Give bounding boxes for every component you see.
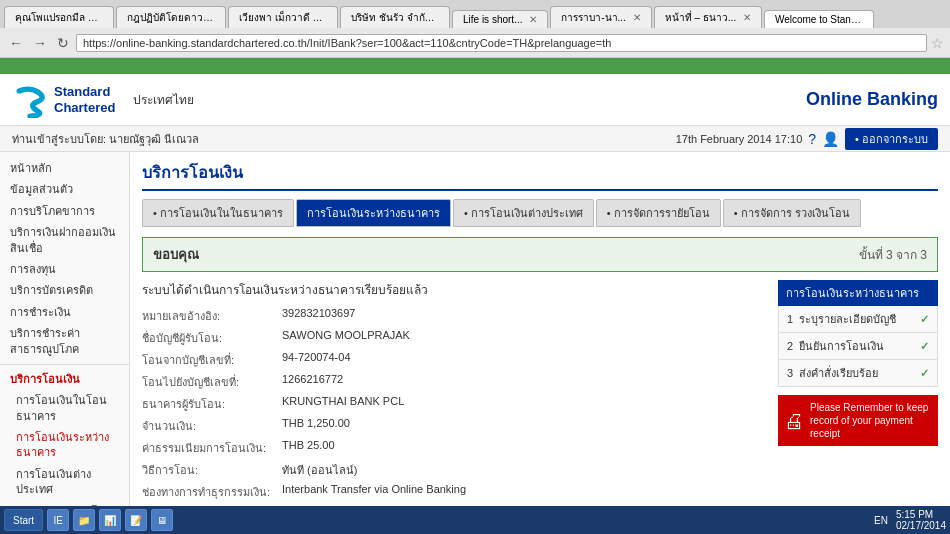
top-bar — [0, 58, 950, 74]
logo-area: Standard Chartered ประเทศไทย — [12, 82, 194, 118]
tab-6[interactable]: การราบา-นา... ✕ — [550, 6, 651, 28]
transfer-details: ระบบได้ดำเนินการโอนเงินระหว่างธนาคารเรีย… — [142, 280, 766, 534]
tab-foreign[interactable]: • การโอนเงินต่างประเทศ — [453, 199, 594, 227]
taskbar-left: Start IE 📁 📊 📝 🖥 — [4, 509, 173, 531]
success-box: ขอบคุณ ขั้นที่ 3 จาก 3 — [142, 237, 938, 272]
method-label: วิธีการโอน: — [142, 461, 282, 479]
amount-value: THB 1,250.00 — [282, 417, 766, 435]
tab-4[interactable]: บริษัท ชันรัว จำกัด ✕ — [340, 6, 450, 28]
channel-label: ช่องทางการทำธุรกรรมเงิน: — [142, 483, 282, 501]
tab-8[interactable]: Welcome to Stand... ✕ — [764, 10, 874, 28]
detail-ref: หมายเลขอ้างอิง: 392832103697 — [142, 307, 766, 325]
sidebar-item-transfer-internal[interactable]: การโอนเงินในโอนธนาคาร — [0, 390, 129, 427]
name-label: ชื่อบัญชีผู้รับโอน: — [142, 329, 282, 347]
sidebar-item-invest[interactable]: การลงทุน — [0, 259, 129, 280]
detail-fee: ค่าธรรมเนียมการโอนเงิน: THB 25.00 — [142, 439, 766, 457]
tab-5[interactable]: Life is short... ✕ — [452, 10, 548, 28]
tab-1[interactable]: คุณโพแปรอกมีล ๕ ✕ — [4, 6, 114, 28]
taskbar-right: EN 5:15 PM 02/17/2014 — [874, 509, 946, 531]
step-3-text: ส่งคำสั่งเรียบร้อย — [799, 364, 914, 382]
taskbar-app-1[interactable]: IE — [47, 509, 69, 531]
sidebar-item-payment[interactable]: การชำระเงิน — [0, 302, 129, 323]
reminder-icon: 🖨 — [784, 408, 804, 434]
step-2-text: ยืนยันการโอนเงิน — [799, 337, 914, 355]
from-label: โอนจากบัญชีเลขที่: — [142, 351, 282, 369]
user-bar-right: 17th February 2014 17:10 ? 👤 • ออกจากระบ… — [676, 128, 938, 150]
taskbar: Start IE 📁 📊 📝 🖥 EN 5:15 PM 02/17/2014 — [0, 506, 950, 534]
time: 5:15 PM — [896, 509, 946, 520]
steps-panel: การโอนเงินระหว่างธนาคาร 1 ระบุรายละเอียด… — [778, 280, 938, 534]
step-3-num: 3 — [787, 367, 793, 379]
sidebar: หน้าหลัก ข้อมูลส่วนตัว การบริโภคขาการ บร… — [0, 152, 130, 534]
detail-channel: ช่องทางการทำธุรกรรมเงิน: Interbank Trans… — [142, 483, 766, 501]
sc-logo-icon — [12, 82, 48, 118]
tab-interbank[interactable]: การโอนเงินระหว่างธนาคาร — [296, 199, 451, 227]
step-1-check: ✓ — [920, 313, 929, 326]
url-bar[interactable] — [76, 34, 927, 52]
step-2-check: ✓ — [920, 340, 929, 353]
tab-7[interactable]: หน้าที่ – ธนาว... ✕ — [654, 6, 762, 28]
detail-bank: ธนาคารผู้รับโอน: KRUNGTHAI BANK PCL — [142, 395, 766, 413]
sidebar-item-savings[interactable]: บริการเงินฝากออมเงินสินเชื่อ — [0, 222, 129, 259]
bank-value: KRUNGTHAI BANK PCL — [282, 395, 766, 413]
success-label: ขอบคุณ — [153, 244, 199, 265]
online-banking-title: Online Banking — [806, 89, 938, 110]
fee-label: ค่าธรรมเนียมการโอนเงิน: — [142, 439, 282, 457]
to-label: โอนไปยังบัญชีเลขที่: — [142, 373, 282, 391]
logout-button[interactable]: • ออกจากระบบ — [845, 128, 938, 150]
tab-3[interactable]: เวียงพา เม็กวาดี ๕ ✕ — [228, 6, 338, 28]
step-2: 2 ยืนยันการโอนเงิน ✓ — [778, 333, 938, 360]
sidebar-item-transfer-foreign[interactable]: การโอนเงินต่างประเทศ — [0, 464, 129, 501]
detail-method: วิธีการโอน: ทันที (ออนไลน์) — [142, 461, 766, 479]
method-value: ทันที (ออนไลน์) — [282, 461, 766, 479]
bookmark-icon[interactable]: ☆ — [931, 35, 944, 51]
sidebar-divider — [0, 364, 129, 365]
step-3: 3 ส่งคำสั่งเรียบร้อย ✓ — [778, 360, 938, 387]
start-button[interactable]: Start — [4, 509, 43, 531]
thailand-label: ประเทศไทย — [133, 90, 194, 109]
sidebar-item-home[interactable]: หน้าหลัก — [0, 158, 129, 179]
transfer-tabs: • การโอนเงินในในธนาคาร การโอนเงินระหว่าง… — [142, 199, 938, 227]
refresh-button[interactable]: ↻ — [54, 35, 72, 51]
sidebar-item-account[interactable]: การบริโภคขาการ — [0, 201, 129, 222]
logo-line1: Standard — [54, 84, 115, 100]
sys-tray: EN — [874, 515, 888, 526]
taskbar-apps: IE 📁 📊 📝 🖥 — [47, 509, 173, 531]
ref-label: หมายเลขอ้างอิง: — [142, 307, 282, 325]
sidebar-item-credit[interactable]: บริการบัตรเครดิต — [0, 280, 129, 301]
back-button[interactable]: ← — [6, 35, 26, 51]
taskbar-app-2[interactable]: 📁 — [73, 509, 95, 531]
taskbar-app-4[interactable]: 📝 — [125, 509, 147, 531]
forward-button[interactable]: → — [30, 35, 50, 51]
sidebar-item-transfer[interactable]: บริการโอนเงิน — [0, 369, 129, 390]
tab-internal[interactable]: • การโอนเงินในในธนาคาร — [142, 199, 294, 227]
clock: 5:15 PM 02/17/2014 — [896, 509, 946, 531]
step-2-num: 2 — [787, 340, 793, 352]
browser-tabs: คุณโพแปรอกมีล ๕ ✕ กฎปฏิบัติโดยดาว ✕ เวีย… — [0, 0, 950, 28]
step-label: ขั้นที่ 3 จาก 3 — [859, 245, 927, 264]
amount-label: จำนวนเงิน: — [142, 417, 282, 435]
content-columns: ระบบได้ดำเนินการโอนเงินระหว่างธนาคารเรีย… — [142, 280, 938, 534]
lang-indicator: EN — [874, 515, 888, 526]
help-icon[interactable]: ? — [808, 131, 816, 147]
tab-manage[interactable]: • การจัดการรายัยโอน — [596, 199, 721, 227]
to-value: 1266216772 — [282, 373, 766, 391]
detail-name: ชื่อบัญชีผู้รับโอน: SAWONG MOOLPRAJAK — [142, 329, 766, 347]
sidebar-item-utility[interactable]: บริการชำระค่าสาธารณูปโภค — [0, 323, 129, 360]
tab-schedule[interactable]: • การจัดการ รวงเงินโอน — [723, 199, 861, 227]
from-value: 94-720074-04 — [282, 351, 766, 369]
detail-from: โอนจากบัญชีเลขที่: 94-720074-04 — [142, 351, 766, 369]
taskbar-app-5[interactable]: 🖥 — [151, 509, 173, 531]
profile-icon[interactable]: 👤 — [822, 131, 839, 147]
tab-2[interactable]: กฎปฏิบัติโดยดาว ✕ — [116, 6, 226, 28]
reminder-box: 🖨 Please Remember to keep record of your… — [778, 395, 938, 446]
sidebar-item-transfer-interbank[interactable]: การโอนเงินระหว่างธนาคาร — [0, 427, 129, 464]
reminder-text: Please Remember to keep record of your p… — [810, 401, 932, 440]
success-message: ระบบได้ดำเนินการโอนเงินระหว่างธนาคารเรีย… — [142, 280, 766, 299]
sidebar-item-personal[interactable]: ข้อมูลส่วนตัว — [0, 179, 129, 200]
main-layout: หน้าหลัก ข้อมูลส่วนตัว การบริโภคขาการ บร… — [0, 152, 950, 534]
taskbar-app-3[interactable]: 📊 — [99, 509, 121, 531]
page-title: บริการโอนเงิน — [142, 160, 938, 191]
ref-value: 392832103697 — [282, 307, 766, 325]
browser-bar: ← → ↻ ☆ — [0, 28, 950, 58]
